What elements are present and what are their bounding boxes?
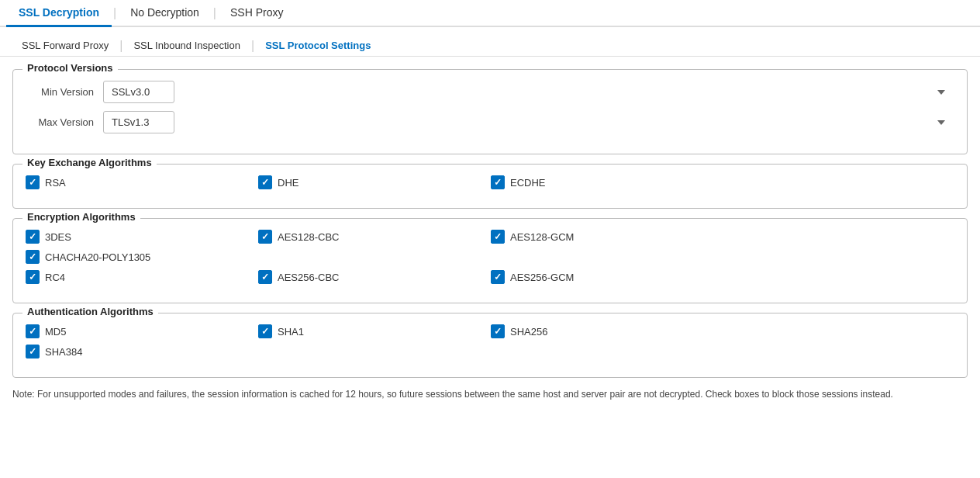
subtab-ssl-inbound-inspection[interactable]: SSL Inbound Inspection bbox=[124, 35, 250, 56]
subtab-ssl-forward-proxy[interactable]: SSL Forward Proxy bbox=[12, 35, 118, 56]
key-exchange-checkbox-row: RSA DHE ECDHE bbox=[26, 175, 954, 196]
key-exchange-ecdhe-checkbox[interactable] bbox=[491, 175, 505, 189]
subtab-ssl-protocol-settings[interactable]: SSL Protocol Settings bbox=[256, 35, 380, 56]
key-exchange-legend: Key Exchange Algorithms bbox=[22, 157, 157, 168]
top-tab-bar: SSL Decryption | No Decryption | SSH Pro… bbox=[0, 0, 980, 27]
enc-aes256gcm-label: AES256-GCM bbox=[510, 272, 574, 283]
auth-legend: Authentication Algorithms bbox=[22, 306, 158, 317]
enc-aes128cbc-item: AES128-CBC bbox=[258, 230, 491, 244]
encryption-checkbox-row-2: RC4 AES256-CBC AES256-GCM bbox=[26, 270, 954, 290]
main-content: Protocol Versions Min Version SSLv3.0 TL… bbox=[0, 57, 980, 414]
auth-sha384-item: SHA384 bbox=[26, 345, 258, 358]
protocol-versions-legend: Protocol Versions bbox=[22, 62, 118, 74]
max-version-select[interactable]: TLSv1.3 TLSv1.2 TLSv1.1 TLSv1.0 SSLv3.0 bbox=[103, 111, 174, 133]
enc-aes256cbc-label: AES256-CBC bbox=[278, 272, 339, 283]
enc-chacha-checkbox[interactable] bbox=[26, 250, 40, 264]
key-exchange-dhe-checkbox[interactable] bbox=[258, 175, 272, 189]
enc-aes256gcm-item: AES256-GCM bbox=[491, 270, 723, 284]
enc-aes256cbc-checkbox[interactable] bbox=[258, 270, 272, 284]
enc-3des-label: 3DES bbox=[45, 231, 71, 243]
auth-sha384-checkbox[interactable] bbox=[26, 345, 40, 358]
enc-rc4-item: RC4 bbox=[26, 270, 258, 284]
enc-aes256gcm-checkbox[interactable] bbox=[491, 270, 505, 284]
enc-3des-checkbox[interactable] bbox=[26, 230, 40, 244]
encryption-legend: Encryption Algorithms bbox=[22, 211, 140, 223]
protocol-versions-section: Protocol Versions Min Version SSLv3.0 TL… bbox=[12, 69, 968, 154]
enc-rc4-label: RC4 bbox=[45, 272, 65, 283]
enc-chacha-label: CHACHA20-POLY1305 bbox=[45, 251, 150, 263]
note-text: Note: For unsupported modes and failures… bbox=[12, 387, 968, 401]
tab-ssl-decryption[interactable]: SSL Decryption bbox=[6, 0, 112, 27]
auth-checkbox-row: MD5 SHA1 SHA256 SHA384 bbox=[26, 324, 954, 365]
min-version-row: Min Version SSLv3.0 TLSv1.0 TLSv1.1 TLSv… bbox=[26, 81, 954, 103]
auth-md5-checkbox[interactable] bbox=[26, 324, 40, 338]
encryption-checkbox-row-1: 3DES AES128-CBC AES128-GCM CHACHA20-POLY… bbox=[26, 230, 954, 270]
subtab-sep-2: | bbox=[250, 39, 256, 53]
enc-3des-item: 3DES bbox=[26, 230, 258, 244]
enc-aes128cbc-label: AES128-CBC bbox=[278, 231, 339, 243]
min-version-label: Min Version bbox=[26, 86, 103, 98]
tab-no-decryption[interactable]: No Decryption bbox=[118, 0, 212, 27]
key-exchange-dhe-item: DHE bbox=[258, 175, 491, 189]
subtab-sep-1: | bbox=[118, 39, 124, 53]
tab-ssh-proxy[interactable]: SSH Proxy bbox=[218, 0, 295, 27]
enc-aes128gcm-item: AES128-GCM bbox=[491, 230, 723, 244]
enc-aes128gcm-checkbox[interactable] bbox=[491, 230, 505, 244]
auth-sha256-label: SHA256 bbox=[510, 326, 547, 338]
max-version-select-wrapper: TLSv1.3 TLSv1.2 TLSv1.1 TLSv1.0 SSLv3.0 bbox=[103, 111, 954, 133]
enc-aes256cbc-item: AES256-CBC bbox=[258, 270, 491, 284]
min-version-select[interactable]: SSLv3.0 TLSv1.0 TLSv1.1 TLSv1.2 TLSv1.3 bbox=[103, 81, 174, 103]
key-exchange-section: Key Exchange Algorithms RSA DHE ECDHE bbox=[12, 164, 968, 209]
max-version-row: Max Version TLSv1.3 TLSv1.2 TLSv1.1 TLSv… bbox=[26, 111, 954, 133]
enc-aes128cbc-checkbox[interactable] bbox=[258, 230, 272, 244]
auth-md5-label: MD5 bbox=[45, 326, 66, 338]
auth-sha384-label: SHA384 bbox=[45, 346, 82, 358]
enc-chacha-item: CHACHA20-POLY1305 bbox=[26, 250, 289, 264]
tab-sep-2: | bbox=[212, 6, 218, 20]
encryption-section: Encryption Algorithms 3DES AES128-CBC AE… bbox=[12, 218, 968, 303]
max-version-label: Max Version bbox=[26, 116, 103, 128]
key-exchange-dhe-label: DHE bbox=[278, 177, 298, 189]
tab-sep-1: | bbox=[112, 6, 118, 20]
key-exchange-ecdhe-item: ECDHE bbox=[491, 175, 723, 189]
sub-tab-bar: SSL Forward Proxy | SSL Inbound Inspecti… bbox=[0, 27, 980, 57]
auth-sha1-label: SHA1 bbox=[278, 326, 304, 338]
auth-sha1-checkbox[interactable] bbox=[258, 324, 272, 338]
key-exchange-ecdhe-label: ECDHE bbox=[510, 177, 546, 189]
enc-rc4-checkbox[interactable] bbox=[26, 270, 40, 284]
enc-aes128gcm-label: AES128-GCM bbox=[510, 231, 574, 243]
auth-md5-item: MD5 bbox=[26, 324, 258, 338]
min-version-select-wrapper: SSLv3.0 TLSv1.0 TLSv1.1 TLSv1.2 TLSv1.3 bbox=[103, 81, 954, 103]
key-exchange-rsa-label: RSA bbox=[45, 177, 66, 189]
auth-sha1-item: SHA1 bbox=[258, 324, 491, 338]
key-exchange-rsa-item: RSA bbox=[26, 175, 258, 189]
auth-section: Authentication Algorithms MD5 SHA1 SHA25… bbox=[12, 313, 968, 378]
auth-sha256-checkbox[interactable] bbox=[491, 324, 505, 338]
auth-sha256-item: SHA256 bbox=[491, 324, 723, 338]
key-exchange-rsa-checkbox[interactable] bbox=[26, 175, 40, 189]
